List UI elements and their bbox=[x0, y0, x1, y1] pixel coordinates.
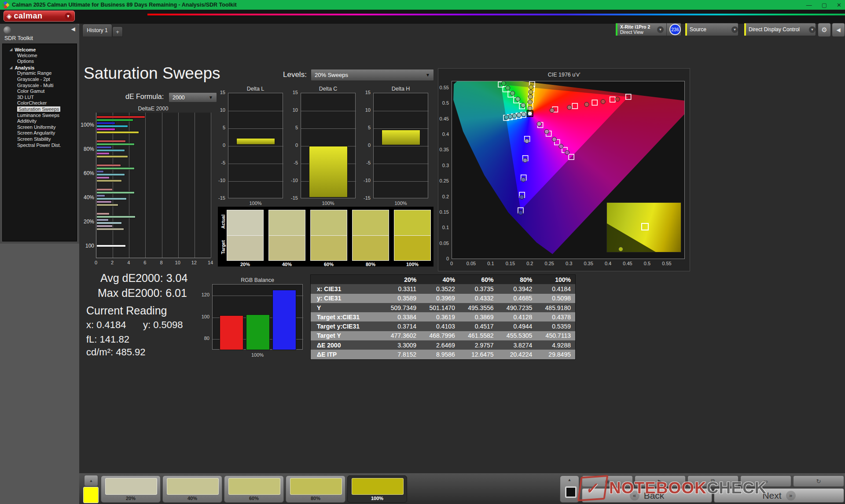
sidebar-item-3d-lut[interactable]: 3D LUT bbox=[3, 95, 77, 101]
x-tick-label: 0 bbox=[92, 260, 99, 265]
gridline bbox=[228, 164, 283, 164]
sidebar-orb-button[interactable] bbox=[4, 26, 11, 34]
cie-x-tick-label: 0.5 bbox=[641, 261, 654, 266]
group-label: 20% bbox=[70, 219, 94, 225]
sidebar-item-saturation-sweeps[interactable]: Saturation Sweeps bbox=[3, 106, 77, 113]
sidebar-item-label: Screen Uniformity bbox=[17, 124, 55, 130]
back-button[interactable]: «Back bbox=[582, 488, 712, 503]
sidebar-item-dynamic-range[interactable]: Dynamic Range bbox=[3, 70, 77, 77]
avg-de2000: Avg dE2000: 3.04 bbox=[100, 272, 187, 285]
sidebar-title: SDR Toolkit bbox=[4, 35, 33, 41]
sidebar-item-luminance-sweeps[interactable]: Luminance Sweeps bbox=[3, 113, 77, 119]
chevron-left-icon: ◀ bbox=[836, 27, 840, 33]
current-pattern-swatch[interactable] bbox=[83, 487, 99, 503]
table-row: y: CIE310.35890.39690.43320.46850.5098 bbox=[311, 294, 575, 303]
sidebar-item-grayscale-2pt[interactable]: Grayscale - 2pt bbox=[3, 77, 77, 83]
sidebar-item-color-gamut[interactable]: Color Gamut bbox=[3, 88, 77, 95]
tab-history-1[interactable]: History 1 bbox=[82, 24, 112, 37]
deltae-bar-magenta bbox=[96, 176, 110, 179]
deltae-bar-cyan bbox=[96, 197, 127, 200]
deltae-bar-magenta bbox=[96, 225, 113, 227]
cell-value: 3.8274 bbox=[498, 342, 537, 349]
gridline bbox=[301, 128, 356, 129]
cell-value: 0.5098 bbox=[536, 295, 575, 302]
deltae-bar-yellow bbox=[96, 155, 128, 158]
deltae-chart bbox=[96, 113, 211, 258]
row-label: Y bbox=[311, 304, 382, 311]
table-header-60%: 60% bbox=[459, 276, 498, 283]
sidebar-item-label: Screen Angularity bbox=[17, 130, 55, 135]
levels-label: Levels: bbox=[283, 70, 307, 79]
settings-button[interactable]: ⚙ bbox=[818, 23, 831, 37]
next-button[interactable]: Next» bbox=[714, 488, 844, 503]
sidebar-collapse-icon[interactable]: ◀ bbox=[70, 26, 77, 33]
sidebar-item-welcome[interactable]: Welcome bbox=[3, 53, 77, 59]
de-formula-dropdown[interactable]: 2000 ▼ bbox=[169, 92, 217, 102]
sidebar-item-colorchecker[interactable]: ColorChecker bbox=[3, 100, 77, 106]
deltae-bar-green bbox=[96, 167, 135, 170]
cell-value: 29.8495 bbox=[536, 351, 575, 358]
reading-cdm2: cd/m²: 485.92 bbox=[86, 347, 146, 358]
sidebar-item-spectral-power-dist-[interactable]: Spectral Power Dist. bbox=[3, 142, 77, 149]
delta_c-x-label: 100% bbox=[301, 201, 356, 206]
pattern-level-button-100%[interactable]: 100% bbox=[347, 475, 407, 503]
levels-dropdown[interactable]: 20% Sweeps ▼ bbox=[311, 69, 434, 81]
actual-swatch-60% bbox=[310, 210, 347, 235]
table-row: Target y:CIE310.37140.41030.45170.49440.… bbox=[311, 321, 575, 331]
mini-tool-button-2[interactable]: ⧉ bbox=[687, 475, 738, 487]
cie-x-tick-label: 0.1 bbox=[485, 261, 497, 266]
sidebar-item-additivity[interactable]: Additivity bbox=[3, 118, 77, 124]
deltae-bar-red bbox=[96, 212, 110, 215]
pattern-level-button-40%[interactable]: 40% bbox=[162, 475, 222, 503]
display-control-dropdown[interactable]: Direct Display Control ▼ bbox=[744, 23, 816, 36]
panel-collapse-button[interactable]: ◀ bbox=[832, 23, 845, 37]
cell-value: 4.9288 bbox=[536, 342, 575, 349]
sidebar-item-label: Grayscale - Multi bbox=[17, 83, 54, 88]
row-label: Target y:CIE31 bbox=[311, 323, 382, 330]
chevron-down-icon: ▼ bbox=[731, 26, 738, 33]
rgb-balance-title: RGB Balance bbox=[212, 277, 303, 283]
sidebar-item-screen-stability[interactable]: Screen Stability bbox=[3, 136, 77, 142]
mini-tool-button-1[interactable]: ▶ bbox=[635, 475, 686, 487]
table-row: ΔE ITP7.81528.958612.647520.422429.8495 bbox=[311, 350, 575, 359]
pattern-level-button-60%[interactable]: 60% bbox=[224, 475, 284, 503]
sidebar-item-options[interactable]: Options bbox=[3, 58, 77, 65]
cell-value: 477.3602 bbox=[382, 332, 421, 339]
cell-value: 0.4517 bbox=[459, 323, 498, 330]
deltae-bar-blue bbox=[96, 194, 105, 197]
sidebar-item-screen-uniformity[interactable]: Screen Uniformity bbox=[3, 124, 77, 131]
cie-y-tick-label: 0.55 bbox=[434, 85, 449, 90]
target-swatch-80% bbox=[352, 235, 389, 261]
sidebar-group-analysis[interactable]: ◢Analysis bbox=[3, 65, 77, 71]
mini-tool-button-4[interactable]: ↻ bbox=[793, 475, 844, 487]
next-label: Next bbox=[762, 490, 781, 501]
sidebar-item-label: Luminance Sweeps bbox=[17, 113, 59, 118]
pattern-color-patch bbox=[290, 478, 342, 495]
x-tick-label: 8 bbox=[158, 260, 165, 265]
pattern-level-button-20%[interactable]: 20% bbox=[101, 475, 161, 503]
pattern-level-button-80%[interactable]: 80% bbox=[286, 475, 345, 503]
cell-value: 0.4685 bbox=[498, 295, 537, 302]
deltae-bar-blue bbox=[96, 219, 109, 221]
delta_l-title: Delta L bbox=[228, 86, 283, 92]
add-tab-button[interactable]: + bbox=[112, 26, 123, 37]
calman-menu-button[interactable]: ◈ calman ▼ bbox=[4, 11, 75, 22]
close-button[interactable]: ✕ bbox=[837, 2, 841, 8]
mini-tool-button-3[interactable]: ∞ bbox=[740, 475, 791, 487]
sidebar-group-welcome[interactable]: ◢Welcome bbox=[3, 47, 77, 53]
source-dropdown[interactable]: Source ▼ bbox=[685, 23, 738, 36]
maximize-button[interactable]: ▢ bbox=[822, 2, 827, 8]
sidebar-item-grayscale-multi[interactable]: Grayscale - Multi bbox=[3, 83, 77, 89]
table-row: Y509.7349501.1470495.3556490.7235485.918… bbox=[311, 303, 575, 312]
row-label: Target x:CIE31 bbox=[311, 314, 382, 321]
cell-value: 501.1470 bbox=[421, 304, 459, 311]
mini-tool-button-0[interactable]: ◉ bbox=[582, 475, 633, 487]
y-tick-label: 0 bbox=[211, 142, 225, 148]
pattern-expand-button[interactable]: ▲ bbox=[84, 475, 98, 486]
current-reading-title: Current Reading bbox=[86, 304, 167, 317]
minimize-button[interactable]: — bbox=[806, 2, 812, 8]
meter-dropdown[interactable]: X-Rite i1Pro 2 Direct View ▼ 236 bbox=[615, 23, 681, 36]
sidebar-item-screen-angularity[interactable]: Screen Angularity bbox=[3, 130, 77, 136]
deltae-bar-red bbox=[96, 188, 113, 191]
stop-button[interactable]: ▲ bbox=[560, 475, 579, 503]
